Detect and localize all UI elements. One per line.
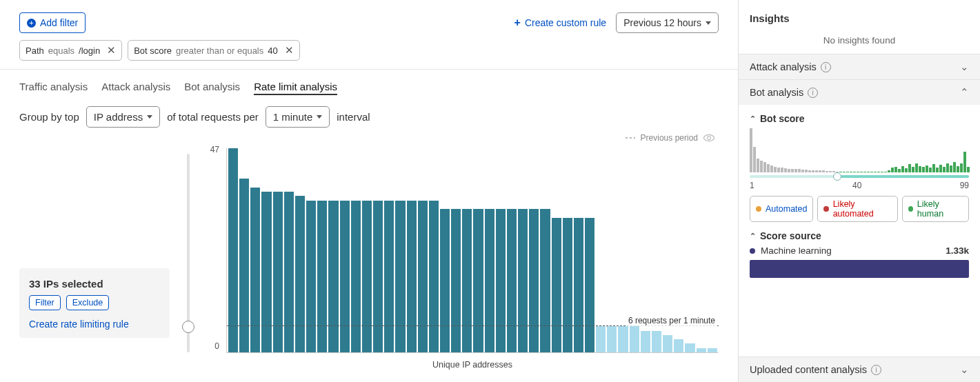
bar[interactable] bbox=[284, 192, 294, 352]
bar[interactable] bbox=[652, 331, 661, 352]
bar[interactable] bbox=[295, 196, 305, 352]
bar[interactable] bbox=[596, 326, 606, 352]
close-icon[interactable]: ✕ bbox=[104, 44, 116, 57]
bar[interactable] bbox=[351, 201, 361, 352]
bar[interactable] bbox=[697, 348, 706, 352]
attack-analysis-label: Attack analysis bbox=[750, 61, 817, 72]
bar[interactable] bbox=[440, 209, 450, 352]
pill-automated[interactable]: Automated bbox=[750, 196, 813, 222]
bar[interactable] bbox=[340, 201, 350, 352]
chevron-down-icon: ⌄ bbox=[960, 61, 969, 72]
pill-likely-automated[interactable]: Likely automated bbox=[817, 196, 897, 222]
bar[interactable] bbox=[685, 343, 694, 352]
spark-bar bbox=[922, 167, 925, 172]
spark-bar bbox=[784, 168, 787, 172]
bar[interactable] bbox=[418, 201, 428, 352]
bot-analysis-accordion[interactable]: Bot analysis i ⌃ bbox=[739, 79, 980, 105]
group-by-post: interval bbox=[337, 111, 370, 123]
bar[interactable] bbox=[663, 335, 672, 352]
bar[interactable] bbox=[273, 192, 283, 352]
close-icon[interactable]: ✕ bbox=[282, 44, 294, 57]
pill-label: Automated bbox=[766, 204, 807, 214]
bot-score-slider[interactable] bbox=[750, 175, 969, 178]
bar[interactable] bbox=[261, 192, 271, 352]
uploaded-content-accordion[interactable]: Uploaded content analysis i ⌄ bbox=[739, 356, 980, 382]
bar[interactable] bbox=[228, 148, 238, 352]
bar[interactable] bbox=[328, 201, 338, 352]
dot-icon bbox=[823, 206, 828, 212]
bar[interactable] bbox=[317, 201, 327, 352]
tab-rate-limit[interactable]: Rate limit analysis bbox=[254, 81, 337, 95]
spark-bar bbox=[829, 171, 832, 172]
bar[interactable] bbox=[518, 209, 528, 352]
create-custom-rule-link[interactable]: + Create custom rule bbox=[514, 17, 607, 28]
spark-bar bbox=[815, 170, 818, 172]
spark-bar bbox=[877, 172, 880, 172]
filter-chip[interactable]: Bot score greater than or equals 40 ✕ bbox=[128, 40, 300, 61]
plus-icon: + bbox=[514, 17, 521, 28]
bar[interactable] bbox=[362, 201, 372, 352]
spark-bar bbox=[960, 163, 963, 172]
group-by-field-select[interactable]: IP address bbox=[86, 106, 160, 128]
bar[interactable] bbox=[585, 218, 594, 352]
spark-bar bbox=[967, 167, 970, 172]
spark-bar bbox=[822, 170, 825, 172]
exclude-button[interactable]: Exclude bbox=[66, 295, 109, 310]
filter-value: 40 bbox=[268, 46, 277, 56]
bar[interactable] bbox=[373, 201, 383, 352]
spark-bar bbox=[767, 164, 770, 172]
slider-thumb[interactable] bbox=[833, 172, 841, 181]
bar[interactable] bbox=[563, 218, 572, 352]
spark-bar bbox=[884, 172, 887, 172]
filter-button[interactable]: Filter bbox=[29, 295, 61, 310]
spark-bar bbox=[832, 171, 835, 172]
add-filter-label: Add filter bbox=[40, 17, 78, 28]
spark-bar bbox=[750, 128, 752, 172]
bar[interactable] bbox=[630, 326, 639, 352]
bot-score-label: Bot score bbox=[760, 113, 805, 124]
spark-bar bbox=[891, 168, 894, 172]
plus-icon: + bbox=[27, 19, 36, 28]
bar[interactable] bbox=[574, 218, 583, 352]
create-rate-rule-link[interactable]: Create rate limiting rule bbox=[29, 319, 160, 330]
bar[interactable] bbox=[485, 209, 494, 352]
bar[interactable] bbox=[708, 348, 717, 352]
spark-bar bbox=[839, 172, 842, 172]
tick-min: 1 bbox=[750, 181, 754, 190]
time-range-select[interactable]: Previous 12 hours bbox=[616, 12, 719, 33]
tab-bot[interactable]: Bot analysis bbox=[184, 81, 240, 95]
spark-bar bbox=[912, 167, 914, 172]
bar[interactable] bbox=[407, 201, 417, 352]
bar[interactable] bbox=[540, 209, 550, 352]
bar[interactable] bbox=[429, 201, 439, 352]
bar[interactable] bbox=[496, 209, 506, 352]
bar[interactable] bbox=[552, 218, 561, 352]
bar[interactable] bbox=[473, 209, 483, 352]
chevron-down-icon bbox=[317, 115, 322, 119]
bot-score-heading[interactable]: ⌃ Bot score bbox=[750, 113, 969, 124]
filter-chip[interactable]: Path equals /login ✕ bbox=[19, 40, 122, 61]
bar[interactable] bbox=[306, 201, 316, 352]
interval-select[interactable]: 1 minute bbox=[266, 106, 330, 128]
bar[interactable] bbox=[618, 326, 628, 352]
bar[interactable] bbox=[674, 339, 683, 352]
pill-label: Likely automated bbox=[833, 199, 892, 219]
bar[interactable] bbox=[641, 331, 650, 352]
bar[interactable] bbox=[451, 209, 461, 352]
bar[interactable] bbox=[462, 209, 472, 352]
bar[interactable] bbox=[250, 188, 260, 352]
pill-likely-human[interactable]: Likely human bbox=[902, 196, 969, 222]
bar[interactable] bbox=[395, 201, 405, 352]
bar[interactable] bbox=[384, 201, 394, 352]
threshold-slider[interactable] bbox=[178, 133, 199, 376]
score-source-heading[interactable]: ⌃ Score source bbox=[750, 230, 969, 241]
bar[interactable] bbox=[529, 209, 539, 352]
tab-traffic[interactable]: Traffic analysis bbox=[19, 81, 88, 95]
attack-analysis-accordion[interactable]: Attack analysis i ⌄ bbox=[739, 54, 980, 79]
bar[interactable] bbox=[507, 209, 517, 352]
bar[interactable] bbox=[607, 326, 617, 352]
slider-thumb[interactable] bbox=[182, 321, 194, 333]
add-filter-button[interactable]: + Add filter bbox=[19, 12, 86, 33]
spark-bar bbox=[808, 170, 811, 172]
tab-attack[interactable]: Attack analysis bbox=[101, 81, 170, 95]
